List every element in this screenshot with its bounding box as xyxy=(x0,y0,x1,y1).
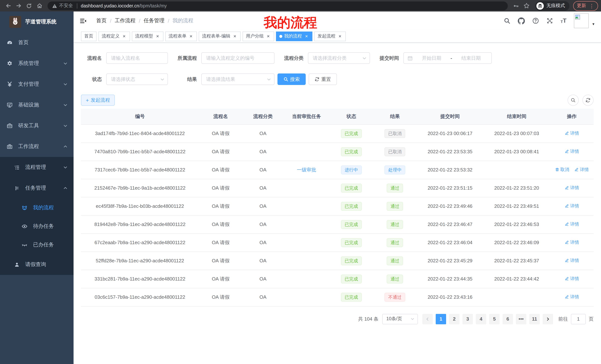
sidebar-item-home[interactable]: 首页 xyxy=(0,32,74,53)
view-tab[interactable]: 流程表单 × xyxy=(165,31,197,41)
font-size-icon[interactable]: TT xyxy=(561,18,566,24)
fullscreen-icon[interactable] xyxy=(546,18,553,24)
sidebar-item-task-mgmt[interactable]: 任务管理 xyxy=(0,178,74,199)
result-select[interactable] xyxy=(201,74,274,85)
avatar[interactable] xyxy=(574,13,589,28)
close-icon[interactable]: × xyxy=(304,34,309,38)
show-search-toggle-button[interactable] xyxy=(568,95,579,106)
cell-task xyxy=(283,197,330,215)
refresh-table-button[interactable] xyxy=(582,95,594,106)
view-tab[interactable]: 流程定义 × xyxy=(99,31,130,41)
sidebar-item-my-process[interactable]: 我的流程 xyxy=(0,199,74,217)
reset-button[interactable]: 重置 xyxy=(309,74,337,85)
close-icon[interactable]: × xyxy=(232,34,237,38)
prev-page-button[interactable] xyxy=(422,314,433,324)
view-tab[interactable]: 我的流程 × xyxy=(276,31,312,41)
browser-menu-icon[interactable]: ⋮ xyxy=(589,3,594,8)
detail-action[interactable]: 详情 xyxy=(565,258,579,264)
detail-action[interactable]: 详情 xyxy=(565,294,579,300)
view-tab[interactable]: 首页 × xyxy=(81,31,97,41)
chevron-down-icon xyxy=(63,61,68,66)
status-select[interactable] xyxy=(106,74,168,85)
sidebar-toggle-icon[interactable] xyxy=(80,17,87,24)
cell-actions: 取消 详情 xyxy=(550,270,594,288)
page-number-button[interactable]: 6 xyxy=(502,314,513,324)
detail-action[interactable]: 详情 xyxy=(565,221,579,228)
close-icon[interactable]: × xyxy=(155,34,160,38)
sidebar-item-payment[interactable]: 支付管理 xyxy=(0,74,74,95)
sidebar-item-done-tasks[interactable]: 已办任务 xyxy=(0,236,74,254)
end-date-input[interactable] xyxy=(454,55,488,61)
reload-icon[interactable] xyxy=(24,0,34,11)
view-tab[interactable]: 用户分组 × xyxy=(242,31,274,41)
detail-action[interactable]: 详情 xyxy=(565,185,579,191)
user-avatar-menu[interactable]: ▼ xyxy=(574,13,595,28)
detail-action[interactable]: 详情 xyxy=(565,203,579,209)
category-select-input[interactable] xyxy=(308,52,370,64)
page-number-button[interactable]: 1 xyxy=(436,314,446,324)
page-number-button[interactable]: 5 xyxy=(489,314,500,324)
page-size-select[interactable]: 10条/页 xyxy=(382,314,418,324)
incognito-badge[interactable]: 无痕模式 xyxy=(535,1,570,10)
chevron-up-icon xyxy=(63,144,68,149)
url-host: dashboard.yudao.iocoder.cn xyxy=(81,3,139,8)
sidebar-item-leave-query[interactable]: 请假查询 xyxy=(0,254,74,275)
url-bar[interactable]: 不安全 dashboard.yudao.iocoder.cn/bpm/task/… xyxy=(48,1,508,10)
view-tab[interactable]: 发起流程 × xyxy=(314,31,346,41)
create-process-button[interactable]: + 发起流程 xyxy=(81,95,115,106)
breadcrumb-workflow[interactable]: 工作流程 xyxy=(115,18,136,24)
key-icon[interactable] xyxy=(511,0,521,11)
sidebar-item-devtools[interactable]: 研发工具 xyxy=(0,115,74,136)
star-icon[interactable] xyxy=(521,0,531,11)
breadcrumb-task-mgmt[interactable]: 任务管理 xyxy=(144,18,165,24)
detail-action[interactable]: 详情 xyxy=(565,239,579,246)
result-badge: 通过 xyxy=(387,256,403,265)
next-page-button[interactable] xyxy=(543,314,553,324)
page-number-button[interactable]: 2 xyxy=(449,314,460,324)
detail-action-label: 详情 xyxy=(570,258,579,264)
github-icon[interactable] xyxy=(518,17,525,24)
status-select-input[interactable] xyxy=(106,74,168,85)
submit-time-range-picker[interactable]: - xyxy=(403,52,492,64)
start-date-input[interactable] xyxy=(415,55,448,61)
page-number-button[interactable]: 4 xyxy=(476,314,486,324)
goto-page-input[interactable] xyxy=(571,314,586,324)
close-icon[interactable]: × xyxy=(337,34,342,38)
process-definition-input[interactable] xyxy=(201,52,274,64)
page-number-button[interactable]: 11 xyxy=(529,314,540,324)
process-name-input[interactable] xyxy=(106,52,168,64)
security-label[interactable]: 不安全 xyxy=(59,3,73,9)
search-icon[interactable] xyxy=(504,18,510,24)
logo-avatar xyxy=(9,16,21,28)
detail-action[interactable]: 详情 xyxy=(565,130,579,136)
detail-action[interactable]: 详情 xyxy=(565,276,579,282)
search-button[interactable]: 搜索 xyxy=(278,74,306,85)
page-number-button[interactable]: 3 xyxy=(462,314,473,324)
forward-icon[interactable] xyxy=(13,0,24,11)
view-tab[interactable]: 流程模型 × xyxy=(132,31,163,41)
detail-action[interactable]: 详情 xyxy=(565,148,579,155)
result-select-input[interactable] xyxy=(201,74,274,85)
close-icon[interactable]: × xyxy=(188,34,193,38)
update-button[interactable]: 更新 ⋮ xyxy=(573,1,598,10)
view-tab[interactable]: 流程表单-编辑 × xyxy=(199,31,241,41)
close-icon[interactable]: × xyxy=(121,34,127,38)
task-link[interactable]: 一级审批 xyxy=(297,166,316,173)
page-number-button[interactable]: ••• xyxy=(516,314,526,324)
cancel-action[interactable]: 取消 xyxy=(555,167,569,173)
sidebar-item-process-mgmt[interactable]: 流程管理 xyxy=(0,157,74,178)
breadcrumb-home[interactable]: 首页 xyxy=(96,18,107,24)
close-icon[interactable]: × xyxy=(266,34,271,38)
home-icon[interactable] xyxy=(34,0,45,11)
sidebar-item-system[interactable]: 系统管理 xyxy=(0,53,74,74)
category-select[interactable] xyxy=(308,52,370,64)
back-icon[interactable] xyxy=(3,0,13,11)
detail-action[interactable]: 详情 xyxy=(574,167,589,173)
filter-category-label: 流程分类 xyxy=(279,55,308,61)
sidebar-item-workflow[interactable]: 工作流程 xyxy=(0,136,74,157)
sidebar-item-infra[interactable]: 基础设施 xyxy=(0,95,74,115)
broken-image-icon xyxy=(575,14,580,20)
sidebar-item-todo-tasks[interactable]: 待办任务 xyxy=(0,217,74,236)
help-icon[interactable] xyxy=(532,18,539,24)
app-logo[interactable]: 芋道管理系统 xyxy=(0,11,74,32)
